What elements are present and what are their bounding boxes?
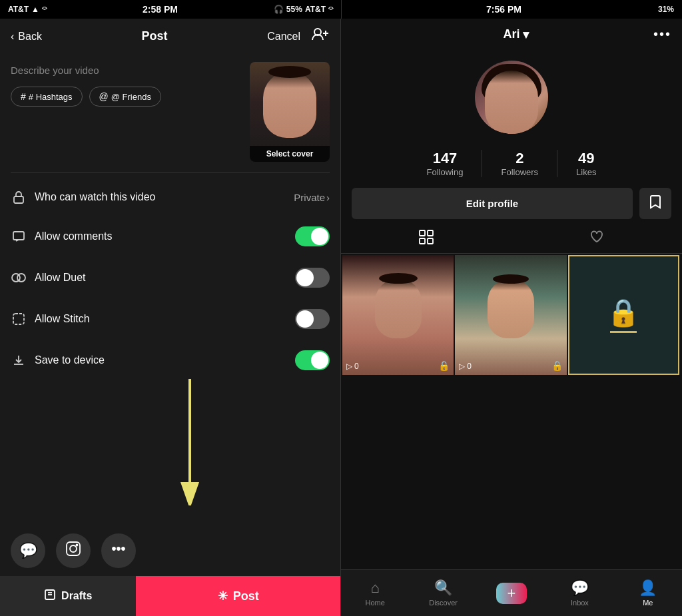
post-header: ‹ Back Post Cancel xyxy=(0,19,340,54)
post-icon: ✳ xyxy=(218,589,228,603)
stitch-icon xyxy=(11,311,27,327)
svg-rect-3 xyxy=(14,196,23,203)
grid-view-icon[interactable] xyxy=(419,230,434,248)
video-1-lock-icon: 🔒 xyxy=(438,360,450,371)
profile-actions: Edit profile xyxy=(341,182,682,224)
comment-icon xyxy=(11,228,27,244)
lock-icon-large: 🔒 xyxy=(607,297,640,328)
back-label: Back xyxy=(18,31,42,43)
profile-screen: Ari ▾ ••• 147 Following 2 Followers 49 xyxy=(341,19,682,616)
allow-duet-label: Allow Duet xyxy=(35,272,287,284)
cancel-button[interactable]: Cancel xyxy=(267,31,300,43)
toggle-knob-stitch xyxy=(296,310,314,328)
left-time: 2:58 PM xyxy=(143,4,178,15)
hashtags-button[interactable]: # # Hashtags xyxy=(11,87,83,107)
left-wifi-icon: ⌔ xyxy=(42,5,47,14)
allow-stitch-label: Allow Stitch xyxy=(35,313,287,325)
allow-stitch-row: Allow Stitch xyxy=(0,298,340,340)
home-label: Home xyxy=(366,599,385,607)
liked-icon[interactable] xyxy=(589,230,604,248)
followers-stat[interactable]: 2 Followers xyxy=(482,150,557,177)
profile-username: Ari xyxy=(503,27,519,41)
allow-comments-toggle[interactable] xyxy=(295,226,330,246)
nav-me[interactable]: 👤 Me xyxy=(614,570,682,616)
drafts-icon xyxy=(44,589,56,603)
desc-placeholder[interactable]: Describe your video xyxy=(11,62,242,79)
more-options-button[interactable]: ••• xyxy=(653,27,671,42)
left-status-right: 🎧 55% AT&T ⌔ xyxy=(274,5,333,14)
save-to-device-toggle[interactable] xyxy=(295,350,330,370)
friends-button[interactable]: @ @ Friends xyxy=(89,87,161,107)
discover-label: Discover xyxy=(429,599,458,607)
lock-icon xyxy=(11,189,27,205)
svg-point-14 xyxy=(117,547,120,550)
edit-profile-label: Edit profile xyxy=(466,198,518,209)
who-can-watch-label: Who can watch this video xyxy=(35,191,286,203)
more-share-icon xyxy=(111,541,127,561)
video-cell-2[interactable]: ▷ 0 🔒 xyxy=(455,255,566,375)
allow-comments-label: Allow comments xyxy=(35,230,287,242)
video-cell-1[interactable]: ▷ 0 🔒 xyxy=(342,255,454,375)
back-button[interactable]: ‹ Back xyxy=(11,31,42,43)
followers-count: 2 xyxy=(501,150,538,167)
svg-rect-22 xyxy=(428,238,433,244)
post-title: Post xyxy=(142,29,168,43)
download-icon xyxy=(11,352,27,368)
create-button[interactable]: + xyxy=(496,583,527,604)
left-carrier: AT&T xyxy=(8,5,29,14)
hash-icon: # xyxy=(21,91,26,102)
bookmark-icon xyxy=(649,198,662,212)
right-wifi-icon: ⌔ xyxy=(328,5,333,14)
video-thumbnail[interactable]: Select cover xyxy=(250,62,330,162)
bookmark-button[interactable] xyxy=(639,188,671,219)
following-stat[interactable]: 147 Following xyxy=(408,150,483,177)
instagram-share-button[interactable] xyxy=(56,533,91,568)
bottom-nav: ⌂ Home 🔍 Discover + 💬 Inbox 👤 Me xyxy=(341,569,682,616)
who-can-watch-row[interactable]: Who can watch this video Private › xyxy=(0,178,340,216)
likes-label: Likes xyxy=(576,167,596,177)
svg-rect-21 xyxy=(420,238,425,244)
more-share-button[interactable] xyxy=(101,533,136,568)
back-chevron-icon: ‹ xyxy=(11,31,14,43)
right-time: 7:56 PM xyxy=(350,4,658,15)
svg-rect-10 xyxy=(67,542,80,555)
allow-stitch-toggle[interactable] xyxy=(295,309,330,329)
profile-stats: 147 Following 2 Followers 49 Likes xyxy=(341,139,682,182)
left-signal-icon: ▲ xyxy=(31,5,39,14)
video-2-lock-icon: 🔒 xyxy=(551,360,563,371)
toggle-knob xyxy=(311,228,328,245)
allow-duet-toggle[interactable] xyxy=(295,268,330,288)
view-count-1: 0 xyxy=(354,362,359,371)
allow-duet-row: Allow Duet xyxy=(0,257,340,298)
svg-rect-7 xyxy=(13,314,24,324)
add-user-icon[interactable] xyxy=(311,27,330,46)
profile-header: Ari ▾ ••• xyxy=(341,19,682,50)
nav-home[interactable]: ⌂ Home xyxy=(341,570,409,616)
nav-inbox[interactable]: 💬 Inbox xyxy=(545,570,613,616)
play-icon-2: ▷ xyxy=(459,362,465,371)
drafts-button[interactable]: Drafts xyxy=(0,576,136,616)
right-battery: 31% xyxy=(658,5,674,14)
post-screen: ‹ Back Post Cancel Describe your v xyxy=(0,19,341,616)
nav-discover[interactable]: 🔍 Discover xyxy=(409,570,477,616)
video-cell-3[interactable]: 🔒 xyxy=(568,255,679,375)
likes-stat[interactable]: 49 Likes xyxy=(557,150,615,177)
svg-rect-20 xyxy=(428,230,433,236)
me-label: Me xyxy=(643,599,653,607)
avatar-face xyxy=(485,71,538,134)
video-grid-header xyxy=(341,224,682,254)
messages-share-button[interactable]: 💬 xyxy=(11,533,45,568)
duet-icon xyxy=(11,270,27,286)
toggle-knob-duet xyxy=(296,269,314,286)
profile-icon: 👤 xyxy=(639,579,657,597)
following-count: 147 xyxy=(427,150,464,167)
hashtags-label: # Hashtags xyxy=(29,92,73,102)
post-button[interactable]: ✳ Post xyxy=(136,576,340,616)
inbox-label: Inbox xyxy=(571,599,589,607)
select-cover-label[interactable]: Select cover xyxy=(250,146,330,162)
svg-point-15 xyxy=(122,547,125,550)
nav-create[interactable]: + xyxy=(478,570,545,616)
edit-profile-button[interactable]: Edit profile xyxy=(352,188,633,219)
profile-name-button[interactable]: Ari ▾ xyxy=(503,27,528,42)
who-can-watch-value[interactable]: Private › xyxy=(294,192,330,203)
